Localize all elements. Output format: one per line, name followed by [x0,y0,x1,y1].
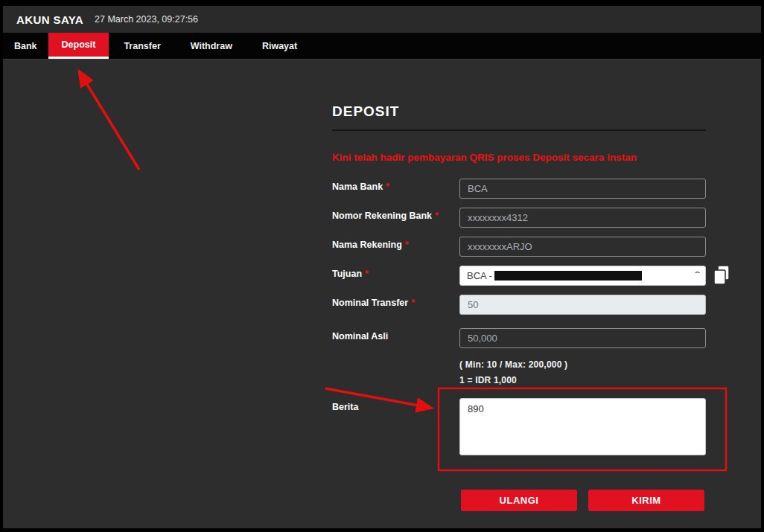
required-marker: * [435,211,439,221]
datetime-display: 27 March 2023, 09:27:56 [95,14,198,25]
nominal-asli-input[interactable] [459,328,706,348]
berita-textarea[interactable]: 890 [459,398,706,455]
required-marker: * [386,182,389,192]
tujuan-label-text: Tujuan [332,269,362,279]
nominal-asli-label: Nominal Asli [332,331,388,342]
tujuan-label: Tujuan* [332,269,369,279]
tab-bank[interactable]: Bank [3,33,48,59]
nama-bank-input[interactable] [459,179,706,199]
nominal-asli-label-text: Nominal Asli [332,331,388,342]
min-max-hint: ( Min: 10 / Max: 200,000 ) [459,359,567,370]
page-title: AKUN SAYA [16,13,83,26]
title-divider [332,129,706,131]
tab-withdraw[interactable]: Withdraw [176,33,247,59]
kirim-button[interactable]: KIRIM [588,490,704,511]
nama-rekening-label-text: Nama Rekening [332,240,402,250]
rate-hint: 1 = IDR 1,000 [459,375,517,385]
qris-notice: Kini telah hadir pembayaran QRIS proses … [332,152,637,163]
copy-icon[interactable] [712,264,731,286]
nominal-transfer-input[interactable] [459,295,706,315]
tab-transfer[interactable]: Transfer [109,33,175,59]
chevron-down-icon: ˆ︎ [695,270,699,281]
required-marker: * [365,269,369,279]
berita-label: Berita [332,402,358,412]
nama-rekening-label: Nama Rekening* [332,240,409,250]
required-marker: * [405,240,409,250]
nomor-rekening-label: Nomor Rekening Bank* [332,211,439,221]
tab-deposit[interactable]: Deposit [48,33,109,59]
tujuan-selected-value: BCA - [467,270,492,281]
nomor-rekening-label-text: Nomor Rekening Bank [332,211,432,221]
nama-bank-label: Nama Bank* [332,182,389,192]
nominal-transfer-label-text: Nominal Transfer [332,298,408,308]
berita-label-text: Berita [332,402,358,412]
form-title: DEPOSIT [332,103,399,120]
tujuan-select[interactable]: BCA - ˆ︎ [459,266,706,286]
copy-icon-svg [712,264,731,286]
redacted-account-bar [494,271,642,281]
nama-bank-label-text: Nama Bank [332,182,383,192]
required-marker: * [411,298,415,308]
page: AKUN SAYA 27 March 2023, 09:27:56 Bank D… [0,0,764,532]
header-bar: AKUN SAYA 27 March 2023, 09:27:56 [3,6,761,33]
nominal-transfer-label: Nominal Transfer* [332,298,415,308]
tab-riwayat[interactable]: Riwayat [247,33,312,59]
nama-rekening-input[interactable] [459,237,706,257]
ulangi-button[interactable]: ULANGI [461,490,577,511]
nav-bar: Bank Deposit Transfer Withdraw Riwayat [3,33,761,60]
nomor-rekening-input[interactable] [459,208,706,228]
